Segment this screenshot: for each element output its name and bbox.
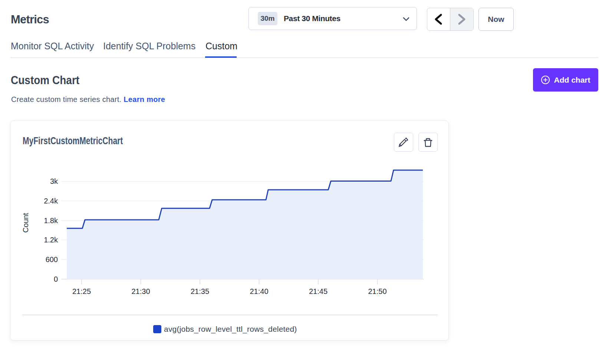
svg-text:1.2k: 1.2k bbox=[44, 236, 58, 244]
svg-text:21:35: 21:35 bbox=[191, 287, 209, 295]
svg-text:21:50: 21:50 bbox=[368, 287, 386, 295]
svg-text:21:30: 21:30 bbox=[131, 287, 150, 295]
svg-text:600: 600 bbox=[46, 255, 58, 264]
svg-text:1.8k: 1.8k bbox=[44, 216, 58, 225]
svg-text:21:25: 21:25 bbox=[72, 287, 91, 295]
svg-text:2.4k: 2.4k bbox=[44, 197, 58, 205]
svg-text:0: 0 bbox=[54, 275, 58, 283]
svg-text:21:45: 21:45 bbox=[309, 287, 328, 295]
svg-text:21:40: 21:40 bbox=[250, 287, 268, 295]
svg-text:Count: Count bbox=[22, 213, 30, 233]
svg-text:3k: 3k bbox=[50, 177, 58, 185]
